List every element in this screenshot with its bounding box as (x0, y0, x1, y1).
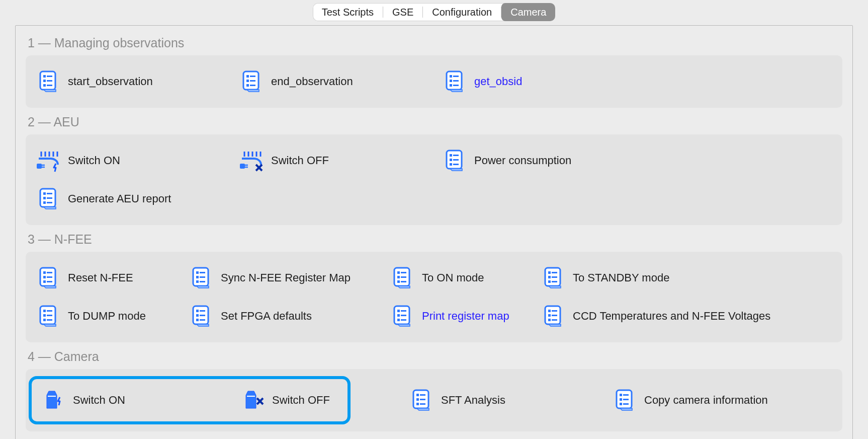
main-panel: 1 — Managing observationsstart_observati… (15, 25, 853, 439)
camera-on-icon (42, 388, 66, 412)
tab-test-scripts[interactable]: Test Scripts (313, 3, 383, 21)
script-icon (391, 266, 415, 290)
plug-off-icon (240, 149, 264, 173)
action-start-observation[interactable]: start_observation (30, 64, 231, 99)
action-end-observation[interactable]: end_observation (233, 64, 434, 99)
action-label: To DUMP mode (68, 310, 146, 323)
tab-bar: Test ScriptsGSEConfigurationCamera (0, 0, 868, 21)
action-generate-aeu-report[interactable]: Generate AEU report (30, 182, 241, 216)
action-label: Sync N-FEE Register Map (221, 271, 351, 284)
action-label: Switch OFF (271, 154, 329, 167)
script-icon (240, 69, 264, 94)
row: Reset N-FEESync N-FEE Register MapTo ON … (29, 259, 839, 297)
action-set-fpga-defaults[interactable]: Set FPGA defaults (183, 299, 382, 333)
section-box: Reset N-FEESync N-FEE Register MapTo ON … (26, 252, 842, 342)
section-title: 1 — Managing observations (28, 36, 842, 50)
script-icon (37, 266, 61, 290)
action-ccd-temperatures-and-n-fee-voltages[interactable]: CCD Temperatures and N-FEE Voltages (535, 299, 816, 333)
section-box: Switch ONSwitch OFFPower consumptionGene… (26, 134, 842, 225)
script-icon (410, 388, 434, 412)
action-label: Switch ON (73, 394, 125, 407)
action-get-obsid[interactable]: get_obsid (436, 64, 637, 99)
action-label: To ON mode (422, 271, 484, 284)
action-label: Reset N-FEE (68, 271, 133, 284)
row: Switch ONSwitch OFFPower consumptionGene… (29, 141, 839, 218)
row: To DUMP modeSet FPGA defaultsPrint regis… (29, 297, 839, 335)
action-label: CCD Temperatures and N-FEE Voltages (573, 310, 770, 323)
row: Switch ONSwitch OFFSFT AnalysisCopy came… (29, 376, 839, 424)
plug-on-icon (37, 149, 61, 173)
section-title: 3 — N-FEE (28, 232, 842, 247)
action-print-register-map[interactable]: Print register map (384, 299, 533, 333)
row: start_observationend_observationget_obsi… (29, 62, 839, 101)
action-switch-off[interactable]: Switch OFF (233, 143, 434, 178)
section-title: 2 — AEU (28, 115, 842, 129)
action-label: To STANDBY mode (573, 271, 669, 284)
action-reset-n-fee[interactable]: Reset N-FEE (30, 261, 181, 295)
action-label: Set FPGA defaults (221, 310, 312, 323)
tab-camera[interactable]: Camera (501, 3, 555, 21)
action-label: Print register map (422, 310, 509, 323)
script-icon (37, 187, 61, 211)
highlight-box: Switch ONSwitch OFF (29, 376, 351, 424)
section-title: 4 — Camera (28, 349, 842, 364)
action-label: Power consumption (474, 154, 571, 167)
script-icon (542, 266, 566, 290)
action-to-dump-mode[interactable]: To DUMP mode (30, 299, 181, 333)
action-label: Copy camera information (644, 394, 768, 407)
action-copy-camera-information[interactable]: Copy camera information (606, 378, 817, 422)
script-icon (613, 388, 637, 412)
tab-configuration[interactable]: Configuration (423, 3, 501, 21)
action-to-on-mode[interactable]: To ON mode (384, 261, 533, 295)
camera-off-icon (241, 388, 265, 412)
script-icon (391, 304, 415, 328)
script-icon (190, 266, 214, 290)
tab-group: Test ScriptsGSEConfigurationCamera (313, 3, 556, 21)
tab-gse[interactable]: GSE (383, 3, 422, 21)
action-label: Switch ON (68, 154, 120, 167)
action-sync-n-fee-register-map[interactable]: Sync N-FEE Register Map (183, 261, 382, 295)
action-label: end_observation (271, 75, 353, 88)
script-icon (542, 304, 566, 328)
script-icon (443, 149, 467, 173)
action-switch-off[interactable]: Switch OFF (234, 383, 344, 417)
action-sft-analysis[interactable]: SFT Analysis (403, 378, 604, 422)
action-power-consumption[interactable]: Power consumption (436, 143, 637, 178)
action-switch-on[interactable]: Switch ON (30, 143, 231, 178)
action-to-standby-mode[interactable]: To STANDBY mode (535, 261, 816, 295)
section-box: start_observationend_observationget_obsi… (26, 55, 842, 108)
script-icon (37, 304, 61, 328)
action-label: get_obsid (474, 75, 522, 88)
script-icon (37, 69, 61, 94)
section-box: Switch ONSwitch OFFSFT AnalysisCopy came… (26, 369, 842, 431)
spacer (351, 376, 402, 424)
action-label: start_observation (68, 75, 153, 88)
action-switch-on[interactable]: Switch ON (35, 383, 232, 417)
action-label: Generate AEU report (68, 192, 171, 205)
script-icon (190, 304, 214, 328)
script-icon (443, 69, 467, 94)
action-label: SFT Analysis (441, 394, 505, 407)
action-label: Switch OFF (272, 394, 330, 407)
